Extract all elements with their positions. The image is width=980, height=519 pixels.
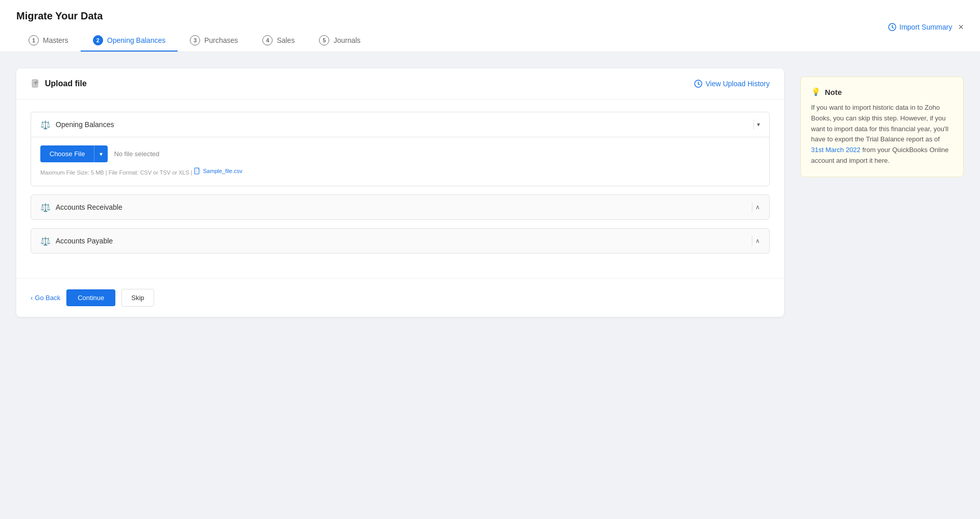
accounts-receivable-chevron: ∧ xyxy=(755,204,760,211)
page-title: Migrate Your Data xyxy=(16,10,373,22)
accordion-divider xyxy=(753,119,754,130)
tab-num: 2 xyxy=(93,35,103,45)
accounts-receivable-header-left: ⚖️ Accounts Receivable xyxy=(40,203,122,212)
opening-balances-right: ▾ xyxy=(753,119,760,130)
import-summary-label: Import Summary xyxy=(899,23,952,31)
view-history-label: View Upload History xyxy=(705,80,770,88)
opening-balances-label: Opening Balances xyxy=(56,120,114,129)
opening-balances-icon: ⚖️ xyxy=(40,120,51,130)
import-summary-button[interactable]: Import Summary xyxy=(888,23,952,31)
upload-file-icon xyxy=(31,79,41,89)
clock-icon xyxy=(888,23,896,31)
tabs: 1Masters2Opening Balances3Purchases4Sale… xyxy=(16,30,373,52)
accounts-receivable-label: Accounts Receivable xyxy=(56,203,122,211)
note-emoji: 💡 xyxy=(811,87,821,96)
tab-masters[interactable]: 1Masters xyxy=(16,30,81,52)
close-button[interactable]: × xyxy=(958,22,964,32)
file-upload-row: Choose File ▾ No file selected xyxy=(40,145,760,162)
card-header-left: Upload file xyxy=(31,79,87,89)
upload-file-title: Upload file xyxy=(45,79,87,88)
go-back-label: Go Back xyxy=(35,294,60,302)
accounts-payable-header[interactable]: ⚖️ Accounts Payable ∧ xyxy=(31,229,769,253)
choose-file-button[interactable]: Choose File xyxy=(40,145,94,162)
sample-file-label: Sample_file.csv xyxy=(203,168,242,174)
sample-file-link[interactable]: Sample_file.csv xyxy=(194,167,242,175)
top-bar: Migrate Your Data 1Masters2Opening Balan… xyxy=(0,0,980,52)
accounts-payable-header-left: ⚖️ Accounts Payable xyxy=(40,236,113,246)
accounts-receivable-right: ∧ xyxy=(752,202,760,212)
file-meta: Maximum File Size: 5 MB | File Format: C… xyxy=(40,167,760,176)
go-back-arrow: ‹ xyxy=(31,294,33,302)
choose-file-btn-group: Choose File ▾ xyxy=(40,145,108,162)
opening-balances-header-left: ⚖️ Opening Balances xyxy=(40,120,114,130)
note-box: 💡 Note If you want to import historic da… xyxy=(800,77,964,177)
main-content: Upload file View Upload History ⚖️ Openi… xyxy=(0,52,980,333)
opening-balances-content: Choose File ▾ No file selected Maximum F… xyxy=(31,137,769,186)
note-highlight: 31st March 2022 xyxy=(811,146,861,154)
tab-journals[interactable]: 5Journals xyxy=(307,30,373,52)
skip-button[interactable]: Skip xyxy=(121,289,154,307)
opening-balances-header[interactable]: ⚖️ Opening Balances ▾ xyxy=(31,112,769,137)
view-upload-history-button[interactable]: View Upload History xyxy=(694,80,770,88)
card-header: Upload file View Upload History xyxy=(16,68,784,100)
accounts-receivable-header[interactable]: ⚖️ Accounts Receivable ∧ xyxy=(31,195,769,219)
csv-icon xyxy=(194,167,201,175)
bottom-actions: ‹ Go Back Continue Skip xyxy=(16,278,784,317)
tab-label: Masters xyxy=(43,36,68,44)
tab-label: Journals xyxy=(333,36,360,44)
card-body: ⚖️ Opening Balances ▾ Choose File ▾ xyxy=(16,100,784,278)
history-icon xyxy=(694,80,702,88)
tab-opening-balances[interactable]: 2Opening Balances xyxy=(81,30,178,52)
tab-sales[interactable]: 4Sales xyxy=(250,30,307,52)
accounts-receivable-icon: ⚖️ xyxy=(40,203,51,212)
top-left: Migrate Your Data 1Masters2Opening Balan… xyxy=(16,10,373,52)
no-file-text: No file selected xyxy=(114,150,159,158)
continue-button[interactable]: Continue xyxy=(66,289,115,306)
upload-card: Upload file View Upload History ⚖️ Openi… xyxy=(16,68,784,317)
tab-label: Opening Balances xyxy=(107,36,165,44)
tab-purchases[interactable]: 3Purchases xyxy=(178,30,250,52)
file-meta-text: Maximum File Size: 5 MB | File Format: C… xyxy=(40,169,192,176)
tab-label: Sales xyxy=(277,36,295,44)
tab-label: Purchases xyxy=(204,36,238,44)
note-heading: Note xyxy=(825,88,842,96)
accordion-divider-2 xyxy=(752,202,752,212)
accounts-payable-chevron: ∧ xyxy=(755,237,760,244)
accounts-payable-right: ∧ xyxy=(752,236,760,246)
note-text: If you want to import historic data in t… xyxy=(811,103,953,166)
tab-num: 3 xyxy=(190,35,200,45)
accordion-divider-3 xyxy=(752,236,752,246)
opening-balances-chevron: ▾ xyxy=(757,121,760,128)
choose-file-dropdown-button[interactable]: ▾ xyxy=(94,145,108,162)
accounts-receivable-accordion: ⚖️ Accounts Receivable ∧ xyxy=(31,194,770,220)
opening-balances-accordion: ⚖️ Opening Balances ▾ Choose File ▾ xyxy=(31,112,770,186)
tab-num: 4 xyxy=(262,35,273,45)
go-back-button[interactable]: ‹ Go Back xyxy=(31,294,60,302)
top-right: Import Summary × xyxy=(888,22,964,40)
tab-num: 5 xyxy=(319,35,329,45)
tab-num: 1 xyxy=(29,35,39,45)
accounts-payable-icon: ⚖️ xyxy=(40,236,51,246)
accounts-payable-label: Accounts Payable xyxy=(56,237,113,245)
accounts-payable-accordion: ⚖️ Accounts Payable ∧ xyxy=(31,228,770,254)
note-title: 💡 Note xyxy=(811,87,953,96)
